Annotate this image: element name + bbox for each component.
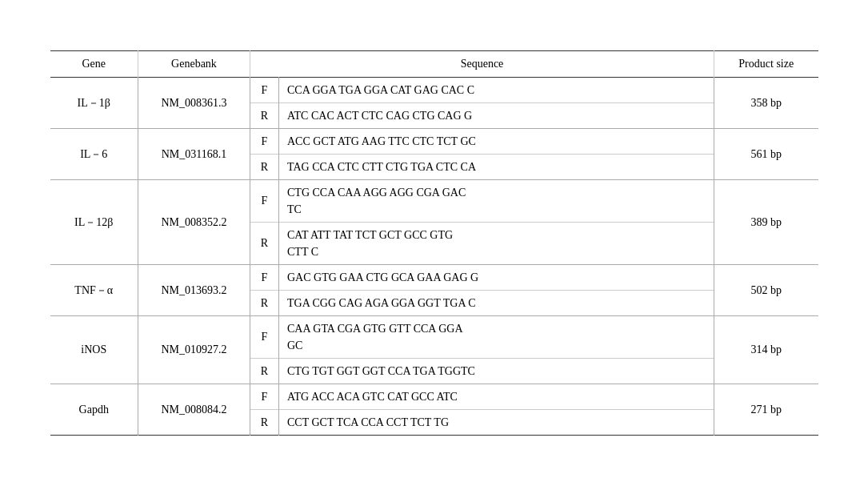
table-row: GapdhNM_008084.2FATG ACC ACA GTC CAT GCC… [50,384,818,410]
table-header-row: Gene Genebank Sequence Product size [50,51,818,78]
sequence-cell: CTG CCA CAA AGG AGG CGA GAC TC [279,180,714,223]
direction-cell: F [250,384,279,410]
table-row: iNOSNM_010927.2FCAA GTA CGA GTG GTT CCA … [50,316,818,359]
gene-cell: IL－1β [50,78,138,129]
header-gene: Gene [50,51,138,78]
direction-cell: F [250,129,279,155]
direction-cell: F [250,265,279,291]
direction-cell: F [250,180,279,223]
gene-cell: IL－12β [50,180,138,265]
gene-cell: Gapdh [50,384,138,436]
main-table-container: Gene Genebank Sequence Product size IL－1… [50,50,818,436]
sequence-cell: ATG ACC ACA GTC CAT GCC ATC [279,384,714,410]
product-size-cell: 389 bp [714,180,818,265]
direction-cell: F [250,316,279,359]
header-sequence: Sequence [250,51,714,78]
gene-cell: iNOS [50,316,138,384]
gene-table: Gene Genebank Sequence Product size IL－1… [50,50,818,436]
product-size-cell: 561 bp [714,129,818,180]
sequence-cell: TAG CCA CTC CTT CTG TGA CTC CA [279,155,714,180]
sequence-cell: ACC GCT ATG AAG TTC CTC TCT GC [279,129,714,155]
sequence-cell: TGA CGG CAG AGA GGA GGT TGA C [279,291,714,316]
sequence-cell: CCT GCT TCA CCA CCT TCT TG [279,410,714,436]
genebank-cell: NM_008352.2 [138,180,250,265]
gene-cell: IL－6 [50,129,138,180]
genebank-cell: NM_008361.3 [138,78,250,129]
product-size-cell: 271 bp [714,384,818,436]
direction-cell: R [250,155,279,180]
product-size-cell: 314 bp [714,316,818,384]
direction-cell: R [250,223,279,265]
genebank-cell: NM_013693.2 [138,265,250,316]
sequence-cell: GAC GTG GAA CTG GCA GAA GAG G [279,265,714,291]
table-row: IL－12βNM_008352.2FCTG CCA CAA AGG AGG CG… [50,180,818,223]
sequence-cell: CTG TGT GGT GGT CCA TGA TGGTC [279,359,714,384]
product-size-cell: 358 bp [714,78,818,129]
sequence-cell: CAT ATT TAT TCT GCT GCC GTG CTT C [279,223,714,265]
sequence-cell: CAA GTA CGA GTG GTT CCA GGA GC [279,316,714,359]
genebank-cell: NM_010927.2 [138,316,250,384]
direction-cell: R [250,291,279,316]
gene-cell: TNF－α [50,265,138,316]
direction-cell: R [250,410,279,436]
sequence-cell: ATC CAC ACT CTC CAG CTG CAG G [279,103,714,129]
direction-cell: R [250,103,279,129]
table-row: IL－1βNM_008361.3FCCA GGA TGA GGA CAT GAG… [50,78,818,103]
header-product-size: Product size [714,51,818,78]
product-size-cell: 502 bp [714,265,818,316]
table-row: IL－6NM_031168.1FACC GCT ATG AAG TTC CTC … [50,129,818,155]
sequence-cell: CCA GGA TGA GGA CAT GAG CAC C [279,78,714,103]
table-row: TNF－αNM_013693.2FGAC GTG GAA CTG GCA GAA… [50,265,818,291]
direction-cell: F [250,78,279,103]
genebank-cell: NM_031168.1 [138,129,250,180]
direction-cell: R [250,359,279,384]
genebank-cell: NM_008084.2 [138,384,250,436]
header-genebank: Genebank [138,51,250,78]
